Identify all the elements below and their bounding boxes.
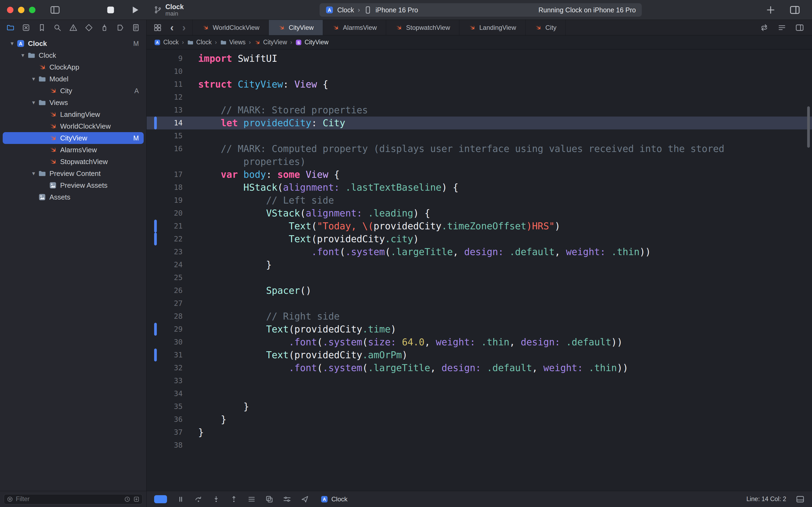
code-review-icon[interactable]	[760, 23, 768, 32]
code-line-34[interactable]: 34	[147, 387, 812, 400]
issues-navigator-icon[interactable]	[69, 23, 77, 32]
step-over-icon[interactable]	[194, 495, 202, 503]
code-editor[interactable]: 9import SwiftUI1011struct CityView: View…	[147, 49, 812, 491]
breadcrumb-item-clock-1[interactable]: Clock	[187, 39, 212, 46]
adjust-editor-icon[interactable]	[777, 23, 786, 32]
code-line-30[interactable]: 30 .font(.system(size: 64.0, weight: .th…	[147, 336, 812, 349]
code-line-32[interactable]: 32 .font(.system(.largeTitle, design: .d…	[147, 361, 812, 374]
code-line-24[interactable]: 24 }	[147, 258, 812, 271]
minimize-button[interactable]	[18, 7, 24, 13]
code-line-13[interactable]: 13 // MARK: Stored properties	[147, 104, 812, 117]
code-line-23[interactable]: 23 .font(.system(.largeTitle, design: .d…	[147, 245, 812, 258]
pause-icon[interactable]	[177, 495, 185, 503]
tree-item-stopwatchview[interactable]: StopwatchView	[3, 156, 143, 168]
code-line-22[interactable]: 22 Text(providedCity.city)	[147, 233, 812, 245]
split-editor-icon[interactable]	[795, 23, 804, 32]
tree-item-assets[interactable]: Assets	[3, 191, 143, 203]
filter-field[interactable]	[4, 494, 142, 504]
library-plus-icon[interactable]	[766, 5, 775, 15]
step-into-icon[interactable]	[212, 495, 220, 503]
run-button[interactable]	[129, 5, 140, 15]
tree-item-clockapp[interactable]: ClockApp	[3, 61, 143, 73]
editor-tab-cityview[interactable]: CityView	[269, 20, 323, 35]
changes-navigator-icon[interactable]	[22, 23, 30, 32]
code-line-38[interactable]: 38	[147, 439, 812, 452]
tree-item-alarmsview[interactable]: AlarmsView	[3, 144, 143, 156]
code-line-14[interactable]: 14 let providedCity: City	[147, 117, 812, 129]
debug-area-toggle[interactable]	[154, 495, 167, 503]
breakpoints-navigator-icon[interactable]	[116, 23, 124, 32]
simulate-location-icon[interactable]	[301, 495, 309, 503]
code-line-20[interactable]: 20 VStack(alignment: .leading) {	[147, 207, 812, 220]
code-line-36[interactable]: 36 }	[147, 413, 812, 426]
disclosure-triangle[interactable]: ▾	[29, 99, 38, 106]
code-line-wrap[interactable]: properties)	[147, 155, 812, 168]
back-button[interactable]: ‹	[170, 22, 174, 33]
scm-branch-status[interactable]: Clock main	[154, 3, 184, 17]
code-line-35[interactable]: 35 }	[147, 400, 812, 413]
tree-item-preview-assets[interactable]: Preview Assets	[3, 179, 143, 191]
code-line-18[interactable]: 18 HStack(alignment: .lastTextBaseline) …	[147, 181, 812, 194]
debug-navigator-icon[interactable]	[101, 23, 109, 32]
code-line-11[interactable]: 11struct CityView: View {	[147, 78, 812, 91]
scrollbar[interactable]	[807, 106, 810, 148]
tree-item-city[interactable]: CityA	[3, 85, 143, 97]
stop-button[interactable]	[105, 5, 116, 15]
disclosure-triangle[interactable]: ▾	[29, 75, 38, 82]
breadcrumb-item-cityview-4[interactable]: SCityView	[295, 39, 329, 46]
step-out-icon[interactable]	[230, 495, 238, 503]
tree-item-clock[interactable]: ▾Clock	[3, 49, 143, 61]
related-items-icon[interactable]	[154, 23, 162, 32]
breadcrumb-item-clock-0[interactable]: AClock	[154, 39, 179, 46]
tests-navigator-icon[interactable]	[85, 23, 93, 32]
code-line-15[interactable]: 15	[147, 129, 812, 142]
disclosure-triangle[interactable]: ▾	[18, 52, 27, 59]
code-line-19[interactable]: 19 // Left side	[147, 194, 812, 207]
code-line-26[interactable]: 26 Spacer()	[147, 284, 812, 297]
scheme-selector[interactable]: A Clock › iPhone 16 Pro	[326, 6, 418, 14]
tree-item-cityview[interactable]: CityViewM	[3, 132, 143, 144]
code-line-16[interactable]: 16 // MARK: Computed property (displays …	[147, 142, 812, 155]
environment-overrides-icon[interactable]	[283, 495, 291, 503]
tree-item-preview-content[interactable]: ▾Preview Content	[3, 168, 143, 179]
code-line-21[interactable]: 21 Text("Today, \(providedCity.timeZoneO…	[147, 220, 812, 233]
close-button[interactable]	[7, 7, 13, 13]
breadcrumb-item-cityview-3[interactable]: CityView	[254, 39, 287, 46]
editor-tab-landingview[interactable]: LandingView	[459, 20, 525, 35]
editor-tab-stopwatchview[interactable]: StopwatchView	[386, 20, 459, 35]
disclosure-triangle[interactable]: ▾	[7, 40, 17, 47]
code-line-17[interactable]: 17 var body: some View {	[147, 168, 812, 181]
add-file-icon[interactable]	[133, 496, 139, 502]
code-line-12[interactable]: 12	[147, 91, 812, 104]
view-hierarchy-icon[interactable]	[247, 495, 255, 503]
project-navigator-icon[interactable]	[6, 23, 14, 32]
editor-tab-alarmsview[interactable]: AlarmsView	[323, 20, 386, 35]
breadcrumb-item-views-2[interactable]: Views	[220, 39, 246, 46]
code-line-29[interactable]: 29 Text(providedCity.time)	[147, 323, 812, 336]
code-line-33[interactable]: 33	[147, 374, 812, 387]
code-line-28[interactable]: 28 // Right side	[147, 310, 812, 323]
editor-tab-worldclockview[interactable]: WorldClockView	[193, 20, 269, 35]
running-app-chip[interactable]: A Clock	[321, 496, 347, 503]
disclosure-triangle[interactable]: ▾	[29, 170, 38, 177]
editor-tab-city[interactable]: City	[525, 20, 566, 35]
code-line-37[interactable]: 37}	[147, 426, 812, 439]
memory-graph-icon[interactable]	[265, 495, 273, 503]
tree-item-views[interactable]: ▾Views	[3, 97, 143, 109]
code-line-27[interactable]: 27	[147, 297, 812, 310]
reports-navigator-icon[interactable]	[132, 23, 140, 32]
fullscreen-button[interactable]	[29, 7, 36, 13]
sidebar-toggle-icon[interactable]	[50, 5, 60, 15]
tree-item-model[interactable]: ▾Model	[3, 73, 143, 85]
tree-item-worldclockview[interactable]: WorldClockView	[3, 120, 143, 132]
filter-input[interactable]	[16, 496, 121, 503]
bookmarks-navigator-icon[interactable]	[38, 23, 46, 32]
tree-item-landingview[interactable]: LandingView	[3, 109, 143, 120]
recent-files-clock-icon[interactable]	[124, 496, 130, 502]
code-line-10[interactable]: 10	[147, 65, 812, 78]
code-line-25[interactable]: 25	[147, 271, 812, 284]
forward-button[interactable]: ›	[182, 22, 186, 33]
activity-viewer[interactable]: A Clock › iPhone 16 Pro Running Clock on…	[320, 3, 642, 17]
editor-layout-icon[interactable]	[790, 5, 800, 15]
find-navigator-icon[interactable]	[53, 23, 61, 32]
